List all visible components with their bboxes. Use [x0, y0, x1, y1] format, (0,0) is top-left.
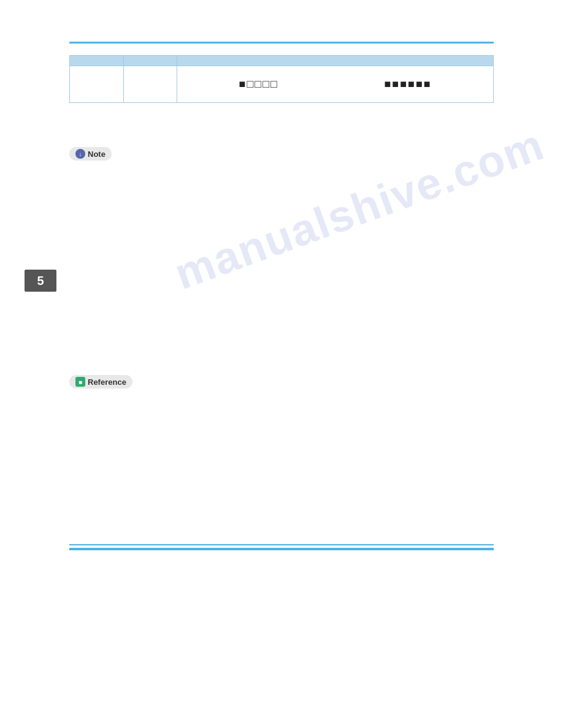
reference-badge: ■ Reference: [69, 375, 132, 389]
reference-icon-symbol: ■: [79, 379, 82, 385]
icon-block-2: ■■■■■■: [384, 78, 431, 91]
icon-block-1: ■□□□□: [239, 78, 278, 91]
section-number: 5: [37, 274, 44, 288]
bottom-divider-line-thin: [69, 544, 494, 545]
note-label: Note: [88, 150, 105, 159]
table-header-row: [70, 56, 494, 66]
reference-label: Reference: [88, 377, 126, 387]
section-number-badge: 5: [25, 270, 56, 292]
cell-icons-container: ■□□□□ ■■■■■■: [186, 78, 484, 91]
table-header-col3: [177, 56, 494, 66]
note-icon: ↓: [75, 149, 85, 159]
table-row: ■□□□□ ■■■■■■: [70, 66, 494, 103]
table-header-col1: [70, 56, 124, 66]
bottom-divider-line-thick: [69, 548, 494, 550]
page-container: ■□□□□ ■■■■■■ ↓ Note 5 ■ Reference manual…: [0, 0, 563, 728]
table-cell-col2: [123, 66, 177, 103]
note-badge: ↓ Note: [69, 147, 112, 161]
watermark: manualshive.com: [168, 119, 551, 299]
top-divider-line: [69, 42, 494, 44]
table-cell-col3: ■□□□□ ■■■■■■: [177, 66, 494, 103]
data-table: ■□□□□ ■■■■■■: [69, 55, 494, 103]
note-icon-symbol: ↓: [79, 151, 82, 157]
reference-icon: ■: [75, 377, 85, 387]
table-header-col2: [123, 56, 177, 66]
table-cell-col1: [70, 66, 124, 103]
watermark-text: manualshive.com: [168, 119, 550, 298]
main-table-container: ■□□□□ ■■■■■■: [69, 55, 494, 103]
